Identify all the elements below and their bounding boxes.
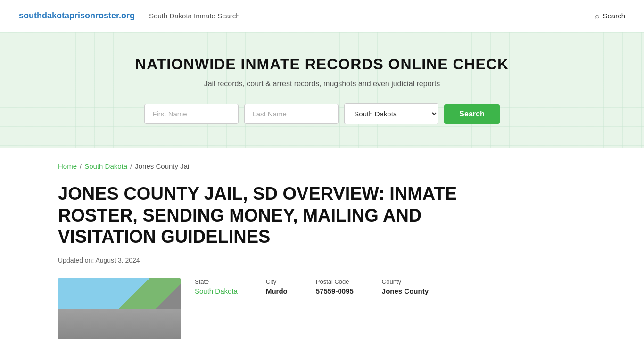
hero-subtitle: Jail records, court & arrest records, mu… <box>9 80 635 88</box>
header-search-button[interactable]: ⌕ Search <box>595 12 625 20</box>
header: southdakotaprisonroster.org South Dakota… <box>0 0 644 32</box>
breadcrumb-current: Jones County Jail <box>135 162 190 170</box>
county-label: County <box>382 278 429 285</box>
detail-county: County Jones County <box>382 278 429 295</box>
facility-image <box>58 278 181 339</box>
page-title: JONES COUNTY JAIL, SD OVERVIEW: INMATE R… <box>58 183 482 248</box>
state-label: State <box>195 278 238 285</box>
county-value: Jones County <box>382 287 429 295</box>
postal-label: Postal Code <box>316 278 354 285</box>
city-label: City <box>266 278 288 285</box>
detail-postal: Postal Code 57559-0095 <box>316 278 354 295</box>
breadcrumb-sep-1: / <box>80 162 82 170</box>
header-search-label: Search <box>603 12 625 20</box>
last-name-input[interactable] <box>244 104 339 124</box>
postal-value: 57559-0095 <box>316 287 354 295</box>
site-title: South Dakota Inmate Search <box>149 12 595 20</box>
breadcrumb-state[interactable]: South Dakota <box>84 162 127 170</box>
search-button[interactable]: Search <box>444 104 499 124</box>
detail-state: State South Dakota <box>195 278 238 295</box>
search-form: AlabamaAlaskaArizonaArkansasCaliforniaCo… <box>9 103 635 124</box>
city-value: Murdo <box>266 287 288 295</box>
site-logo[interactable]: southdakotaprisonroster.org <box>19 11 135 21</box>
breadcrumb: Home / South Dakota / Jones County Jail <box>58 162 586 170</box>
updated-date: Updated on: August 3, 2024 <box>58 256 586 264</box>
search-icon: ⌕ <box>595 12 600 20</box>
state-value[interactable]: South Dakota <box>195 287 238 295</box>
first-name-input[interactable] <box>144 104 239 124</box>
detail-city: City Murdo <box>266 278 288 295</box>
hero-title: NATIONWIDE INMATE RECORDS ONLINE CHECK <box>9 56 635 73</box>
main-content: Home / South Dakota / Jones County Jail … <box>39 148 605 358</box>
state-select[interactable]: AlabamaAlaskaArizonaArkansasCaliforniaCo… <box>344 103 438 124</box>
breadcrumb-home[interactable]: Home <box>58 162 77 170</box>
breadcrumb-sep-2: / <box>130 162 132 170</box>
facility-details: State South Dakota City Murdo Postal Cod… <box>195 278 429 295</box>
hero-banner: NATIONWIDE INMATE RECORDS ONLINE CHECK J… <box>0 32 644 148</box>
facility-info-row: State South Dakota City Murdo Postal Cod… <box>58 278 586 339</box>
